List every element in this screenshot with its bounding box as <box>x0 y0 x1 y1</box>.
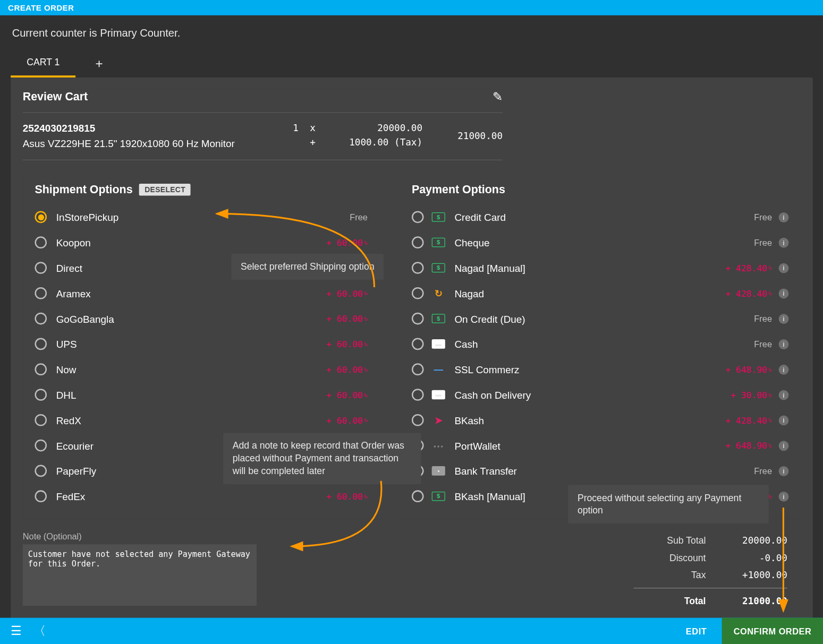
info-icon[interactable]: i <box>779 288 789 298</box>
payment-price: + 648.90 ৳ <box>725 364 772 375</box>
item-sku: 2524030219815 <box>23 122 269 133</box>
item-price: 20000.00 <box>316 122 422 133</box>
edit-button[interactable]: EDIT <box>671 618 722 644</box>
payment-option[interactable]: $On Credit (Due)Freei <box>412 307 789 330</box>
confirm-order-button[interactable]: CONFIRM ORDER <box>722 618 823 644</box>
radio-icon <box>412 262 424 274</box>
payment-title: Payment Options <box>412 183 505 196</box>
radio-icon <box>35 414 47 426</box>
info-icon[interactable]: i <box>779 339 789 349</box>
payment-label: On Credit (Due) <box>454 313 754 324</box>
radio-icon <box>412 389 424 401</box>
payment-type-icon: $ <box>432 238 445 247</box>
item-total: 21000.00 <box>422 130 503 141</box>
shipment-option[interactable]: FedEx+ 60.00 ৳ <box>35 485 371 508</box>
taka-icon: ৳ <box>769 440 772 451</box>
shipment-label: UPS <box>56 338 326 349</box>
shipment-price: + 60.00 ৳ <box>326 364 368 375</box>
payment-price: + 428.40 ৳ <box>725 288 772 298</box>
chevron-left-icon: 〈 <box>33 624 46 638</box>
edit-cart-button[interactable]: ✎ <box>493 90 503 105</box>
payment-option[interactable]: ⋯PortWallet+ 648.90 ৳i <box>412 434 789 457</box>
radio-icon <box>35 338 47 350</box>
shipment-price: + 60.00 ৳ <box>326 288 368 298</box>
shipment-label: DHL <box>56 389 326 400</box>
total-label: Total <box>639 596 706 606</box>
info-icon[interactable]: i <box>779 441 789 451</box>
info-icon[interactable]: i <box>779 466 789 476</box>
payment-price: Free <box>754 212 772 222</box>
payment-label: Nagad [Manual] <box>454 262 725 273</box>
payment-type-icon: ▬ <box>432 390 445 400</box>
payment-type-icon: ▪ <box>432 466 445 476</box>
add-cart-button[interactable]: ＋ <box>89 55 109 71</box>
info-icon[interactable]: i <box>779 364 789 374</box>
back-button[interactable]: 〈 <box>33 623 46 639</box>
note-input[interactable] <box>23 544 257 606</box>
create-order-header: CREATE ORDER <box>0 0 823 15</box>
radio-icon <box>35 211 47 224</box>
shipment-option[interactable]: DHL+ 60.00 ৳ <box>35 383 371 406</box>
discount-value: -0.00 <box>720 552 787 563</box>
shipment-option[interactable]: Aramex+ 60.00 ৳ <box>35 282 371 305</box>
shipment-option[interactable]: Koopon+ 60.00 ৳ <box>35 231 371 254</box>
payment-label: Cash on Delivery <box>454 389 731 400</box>
info-icon[interactable]: i <box>779 314 789 324</box>
tax-label: Tax <box>639 570 706 580</box>
shipment-option[interactable]: InStorePickupFree <box>35 205 371 228</box>
shipment-price: + 60.00 ৳ <box>326 339 368 349</box>
payment-type-icon: ⋯ <box>432 441 445 450</box>
taka-icon: ৳ <box>769 389 772 400</box>
payment-label: BKash <box>454 415 725 426</box>
discount-label: Discount <box>639 552 706 563</box>
shipment-price: + 60.00 ৳ <box>326 491 368 502</box>
taka-icon: ৳ <box>769 415 772 425</box>
shipment-option[interactable]: RedX+ 60.00 ৳ <box>35 409 371 432</box>
radio-icon <box>35 465 47 477</box>
shipment-label: FedEx <box>56 491 326 502</box>
edit-label: EDIT <box>686 626 707 636</box>
confirm-label: CONFIRM ORDER <box>734 626 811 636</box>
anno-payment: Proceed without selecting any Payment op… <box>568 485 768 523</box>
payment-option[interactable]: —SSL Commerz+ 648.90 ৳i <box>412 358 789 381</box>
shipment-label: Aramex <box>56 288 326 299</box>
shipment-price: Free <box>350 212 368 222</box>
cart-tab[interactable]: CART 1 <box>11 49 75 78</box>
taka-icon: ৳ <box>769 491 772 502</box>
shipment-option[interactable]: UPS+ 60.00 ৳ <box>35 332 371 355</box>
taka-icon: ৳ <box>364 339 368 349</box>
payment-option[interactable]: ▪Bank TransferFreei <box>412 460 789 483</box>
payment-option[interactable]: ▬CashFreei <box>412 332 789 355</box>
shipment-price: + 60.00 ৳ <box>326 415 368 425</box>
payment-label: Cash <box>454 338 754 349</box>
info-icon[interactable]: i <box>779 390 789 400</box>
info-icon[interactable]: i <box>779 263 789 273</box>
hamburger-icon: ☰ <box>11 624 21 638</box>
payment-type-icon: $ <box>432 314 445 323</box>
shipment-option[interactable]: Now+ 60.00 ৳ <box>35 358 371 381</box>
info-icon[interactable]: i <box>779 237 789 247</box>
info-icon[interactable]: i <box>779 491 789 501</box>
radio-icon <box>35 389 47 401</box>
pencil-icon: ✎ <box>493 90 503 104</box>
info-icon[interactable]: i <box>779 212 789 222</box>
radio-icon <box>35 490 47 502</box>
anno-shipping: Select preferred Shipping option <box>231 254 384 280</box>
payment-label: PortWallet <box>454 440 725 451</box>
payment-option[interactable]: ↻Nagad+ 428.40 ৳i <box>412 282 789 305</box>
radio-icon <box>35 287 47 299</box>
shipment-option[interactable]: GoGoBangla+ 60.00 ৳ <box>35 307 371 330</box>
radio-icon <box>412 287 424 299</box>
shipment-price: + 60.00 ৳ <box>326 313 368 324</box>
payment-option[interactable]: ▬Cash on Delivery+ 30.00 ৳i <box>412 383 789 406</box>
radio-icon <box>35 236 47 248</box>
plus-icon: ＋ <box>93 56 105 70</box>
deselect-button[interactable]: DESELECT <box>139 184 191 196</box>
payment-option[interactable]: $Nagad [Manual]+ 428.40 ৳i <box>412 256 789 279</box>
payment-option[interactable]: ➤BKash+ 428.40 ৳i <box>412 409 789 432</box>
payment-label: Credit Card <box>454 211 754 222</box>
menu-button[interactable]: ☰ <box>11 624 21 639</box>
payment-option[interactable]: $Credit CardFreei <box>412 205 789 228</box>
info-icon[interactable]: i <box>779 415 789 425</box>
payment-option[interactable]: $ChequeFreei <box>412 231 789 254</box>
